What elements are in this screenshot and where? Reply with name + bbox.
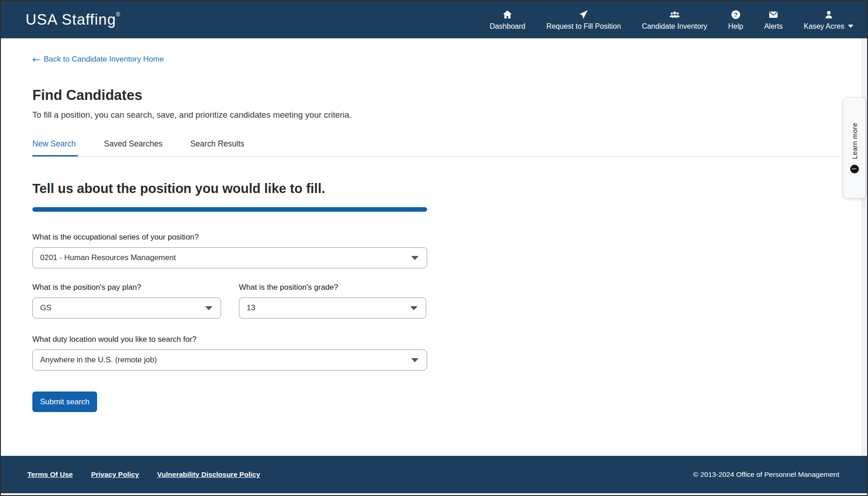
nav-dashboard[interactable]: Dashboard	[490, 9, 525, 31]
grade-label: What is the position's grade?	[239, 283, 426, 292]
left-arrow-icon: ←	[32, 55, 40, 64]
duty-location-select[interactable]: Anywhere in the U.S. (remote job)	[32, 350, 427, 371]
progress-bar	[32, 207, 427, 212]
tab-new-search[interactable]: New Search	[32, 139, 78, 157]
grade-select[interactable]: 13	[239, 298, 426, 318]
nav-label: Kasey Acres	[804, 22, 844, 31]
occupational-series-label: What is the occupational series of your …	[32, 233, 839, 242]
dropdown-caret-icon	[410, 306, 418, 310]
nav-help[interactable]: ? Help	[728, 9, 743, 31]
dropdown-caret-icon	[411, 256, 418, 260]
nav-label: Help	[728, 22, 743, 31]
pay-plan-label: What is the position's pay plan?	[32, 283, 221, 292]
duty-location-field-group: What duty location would you like to sea…	[32, 335, 839, 371]
duty-location-value: Anywhere in the U.S. (remote job)	[40, 355, 157, 365]
back-to-candidate-inventory-link[interactable]: ← Back to Candidate Inventory Home	[32, 55, 164, 64]
dropdown-caret-icon	[205, 306, 212, 310]
tab-saved-searches[interactable]: Saved Searches	[104, 139, 164, 157]
grade-field-group: What is the position's grade? 13	[239, 283, 426, 318]
main-navigation: Dashboard Request to Fill Position Candi…	[490, 9, 853, 31]
nav-label: Alerts	[764, 22, 783, 31]
vulnerability-disclosure-policy-link[interactable]: Vulnerability Disclosure Policy	[157, 470, 260, 479]
submit-search-button[interactable]: Submit search	[32, 392, 97, 412]
occupational-series-select[interactable]: 0201 - Human Resources Management	[32, 247, 427, 268]
nav-candidate-inventory[interactable]: Candidate Inventory	[642, 9, 707, 31]
page-title: Find Candidates	[32, 87, 839, 104]
footer-links: Terms Of Use Privacy Policy Vulnerabilit…	[27, 470, 260, 479]
pay-plan-grade-row: What is the position's pay plan? GS What…	[32, 283, 839, 318]
occupational-series-field-group: What is the occupational series of your …	[32, 233, 839, 268]
pay-plan-value: GS	[40, 303, 52, 313]
question-circle-icon: ?	[731, 9, 741, 20]
search-tabs: New Search Saved Searches Search Results	[32, 139, 839, 157]
back-link-label: Back to Candidate Inventory Home	[44, 55, 164, 64]
pay-plan-field-group: What is the position's pay plan? GS	[32, 283, 221, 318]
page-footer: Terms Of Use Privacy Policy Vulnerabilit…	[1, 456, 867, 493]
terms-of-use-link[interactable]: Terms Of Use	[27, 470, 73, 479]
top-navbar: USA Staffing® Dashboard Request to Fill …	[1, 1, 867, 38]
privacy-policy-link[interactable]: Privacy Policy	[91, 470, 139, 479]
nav-label: Candidate Inventory	[642, 22, 707, 31]
grade-value: 13	[247, 303, 255, 313]
dropdown-caret-icon	[411, 358, 418, 362]
user-icon	[824, 9, 834, 20]
registered-trademark: ®	[116, 11, 121, 18]
learn-more-label: Learn more	[851, 123, 858, 159]
info-icon: •••	[850, 165, 859, 173]
nav-alerts[interactable]: Alerts	[764, 9, 783, 31]
usa-staffing-page: { "navbar": { "logo": "USA Staffing", "l…	[0, 0, 868, 496]
nav-request-to-fill-position[interactable]: Request to Fill Position	[546, 9, 621, 31]
main-content: ← Back to Candidate Inventory Home Find …	[1, 38, 867, 456]
nav-label: Request to Fill Position	[546, 22, 621, 31]
home-icon	[502, 9, 512, 20]
duty-location-label: What duty location would you like to sea…	[32, 335, 839, 344]
nav-label: Dashboard	[490, 22, 525, 31]
nav-user-menu[interactable]: Kasey Acres	[804, 9, 853, 31]
page-subtitle: To fill a position, you can search, save…	[32, 110, 839, 120]
section-title: Tell us about the position you would lik…	[32, 181, 839, 196]
learn-more-tab[interactable]: Learn more •••	[843, 98, 865, 198]
envelope-icon	[768, 9, 779, 20]
svg-text:?: ?	[734, 11, 738, 18]
tab-search-results[interactable]: Search Results	[190, 139, 246, 157]
logo-text: USA Staffing	[26, 11, 116, 28]
paper-plane-icon	[579, 9, 589, 20]
occupational-series-value: 0201 - Human Resources Management	[40, 253, 176, 262]
users-icon	[669, 9, 681, 20]
copyright-text: © 2013-2024 Office of Personnel Manageme…	[693, 470, 839, 479]
pay-plan-select[interactable]: GS	[32, 298, 221, 318]
caret-down-icon	[848, 25, 853, 28]
usa-staffing-logo[interactable]: USA Staffing®	[26, 11, 120, 28]
